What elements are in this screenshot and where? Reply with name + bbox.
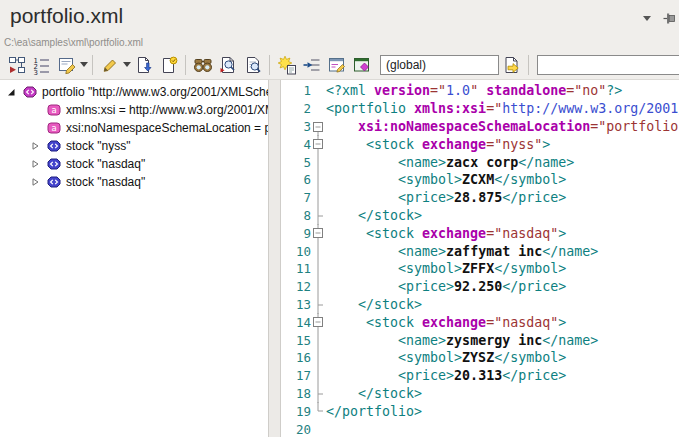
code-line[interactable]: 20 — [281, 420, 679, 437]
find-next-button[interactable] — [215, 53, 240, 77]
fold-marker — [312, 402, 326, 420]
pin-icon[interactable] — [661, 10, 677, 26]
code-segment-plain — [326, 137, 366, 152]
search-input[interactable] — [537, 55, 679, 75]
code-line[interactable]: 8 </stock> — [281, 207, 679, 225]
code-line[interactable]: 4 <stock exchange="nyss"> — [281, 135, 679, 153]
code-segment-tag: </name> — [542, 333, 598, 348]
collapsed-arrow-icon[interactable] — [30, 159, 47, 169]
code-line-text: <symbol>ZCXM</symbol> — [326, 172, 566, 187]
goto-line-icon — [302, 55, 322, 75]
expanded-arrow-icon[interactable] — [6, 87, 23, 97]
xml-code-editor[interactable]: 1<?xml version="1.0" standalone="no"?>2<… — [281, 80, 679, 437]
code-segment-attr: exchange — [422, 315, 486, 330]
code-line[interactable]: 5 <name>zacx corp</name> — [281, 153, 679, 171]
code-line[interactable]: 11 <symbol>ZFFX</symbol> — [281, 260, 679, 278]
line-number: 12 — [281, 279, 312, 294]
scope-combobox[interactable]: (global) — [380, 55, 499, 75]
fold-collapse-box-icon[interactable] — [312, 224, 326, 242]
fold-collapse-box-icon[interactable] — [312, 313, 326, 331]
code-line[interactable]: 13 </stock> — [281, 296, 679, 314]
collapsed-arrow-icon[interactable] — [30, 141, 47, 151]
code-segment-val: =" — [430, 83, 446, 98]
code-line[interactable]: 17 <price>20.313</price> — [281, 367, 679, 385]
code-segment-plain — [326, 226, 366, 241]
line-number: 17 — [281, 368, 312, 383]
code-line[interactable]: 1<?xml version="1.0" standalone="no"?> — [281, 82, 679, 100]
xml-tree-panel[interactable]: portfolio "http://www.w3.org/2001/XMLSch… — [0, 80, 268, 437]
fold-marker — [312, 82, 326, 100]
code-line[interactable]: 10 <name>zaffymat inc</name> — [281, 242, 679, 260]
document-title: portfolio.xml — [10, 4, 123, 28]
code-segment-tag: </name> — [518, 155, 574, 170]
line-number: 18 — [281, 386, 312, 401]
import-document-button[interactable] — [131, 53, 156, 77]
collapsed-arrow-icon[interactable] — [30, 177, 47, 187]
form-view-dropdown-arrow-icon[interactable] — [80, 62, 88, 67]
code-segment-val: =" — [486, 101, 502, 116]
tree-item-attribute[interactable]: axmlns:xsi = http://www.w3.org/2001/XMLS… — [0, 101, 268, 119]
find-next-icon — [218, 55, 238, 75]
code-line[interactable]: 7 <price>28.875</price> — [281, 189, 679, 207]
svg-text:a: a — [51, 105, 56, 115]
code-line-text: <name>zacx corp</name> — [326, 155, 574, 170]
validate-document-button[interactable] — [156, 53, 181, 77]
code-line[interactable]: 18 </stock> — [281, 385, 679, 403]
fold-marker — [312, 171, 326, 189]
fold-marker — [312, 367, 326, 385]
line-number: 20 — [281, 422, 312, 437]
window-menu-dropdown-icon[interactable] — [639, 10, 655, 26]
tree-item-attribute[interactable]: axsi:noNamespaceSchemaLocation = portfol… — [0, 119, 268, 137]
element-window-button[interactable] — [349, 53, 374, 77]
code-segment-plain — [326, 208, 358, 223]
panel-splitter[interactable] — [268, 80, 281, 437]
tree-item-element[interactable]: stock "nasdaq" — [0, 155, 268, 173]
tree-item-element[interactable]: stock "nasdaq" — [0, 173, 268, 191]
fold-collapse-box-icon[interactable] — [312, 118, 326, 136]
code-segment-tag: <stock — [366, 226, 422, 241]
code-line[interactable]: 15 <name>zysmergy inc</name> — [281, 331, 679, 349]
search-in-document-button[interactable] — [240, 53, 265, 77]
code-segment-tag: > — [558, 315, 566, 330]
code-segment-tag: <name> — [398, 155, 446, 170]
structure-view-button[interactable] — [4, 53, 29, 77]
code-segment-tag: <symbol> — [398, 261, 462, 276]
code-line[interactable]: 12 <price>92.250</price> — [281, 278, 679, 296]
code-segment-tag: > — [558, 226, 566, 241]
code-segment-text: ZFFX — [462, 261, 494, 276]
tree-item-label: stock "nyss" — [66, 139, 131, 153]
code-segment-tag: </price> — [502, 190, 566, 205]
main-area: portfolio "http://www.w3.org/2001/XMLSch… — [0, 80, 679, 437]
goto-line-button[interactable] — [299, 53, 324, 77]
line-number: 15 — [281, 333, 312, 348]
code-line-text: <price>20.313</price> — [326, 368, 566, 383]
form-view-button[interactable] — [54, 53, 79, 77]
code-line-text: <name>zaffymat inc</name> — [326, 244, 598, 259]
toolbar-separator — [269, 55, 270, 75]
tree-item-element[interactable]: stock "nyss" — [0, 137, 268, 155]
stylesheet-editor-button[interactable] — [324, 53, 349, 77]
xslt-transform-button[interactable] — [274, 53, 299, 77]
code-segment-text: 20.313 — [454, 368, 502, 383]
toolbar-separator — [528, 55, 529, 75]
fold-marker — [312, 385, 326, 403]
code-line[interactable]: 14 <stock exchange="nasdaq"> — [281, 313, 679, 331]
tree-item-label: xsi:noNamespaceSchemaLocation = portfoli… — [66, 121, 268, 135]
code-line[interactable]: 16 <symbol>ZYSZ</symbol> — [281, 349, 679, 367]
apply-scope-button[interactable] — [499, 53, 524, 77]
edit-button[interactable] — [97, 53, 122, 77]
code-line[interactable]: 6 <symbol>ZCXM</symbol> — [281, 171, 679, 189]
code-segment-attr: version — [374, 83, 430, 98]
code-line[interactable]: 19</portfolio> — [281, 402, 679, 420]
code-line[interactable]: 9 <stock exchange="nasdaq"> — [281, 224, 679, 242]
numbered-list-view-button[interactable]: 123 — [29, 53, 54, 77]
code-segment-tag: > — [542, 137, 550, 152]
code-line[interactable]: 2<portfolio xmlns:xsi="http://www.w3.org… — [281, 100, 679, 118]
find-button[interactable] — [190, 53, 215, 77]
attribute-icon: a — [47, 104, 61, 116]
code-segment-tag: </stock> — [358, 386, 422, 401]
tree-item-element[interactable]: portfolio "http://www.w3.org/2001/XMLSch… — [0, 83, 268, 101]
code-line[interactable]: 3 xsi:noNamespaceSchemaLocation="portfol… — [281, 118, 679, 136]
edit-dropdown-arrow-icon[interactable] — [123, 62, 131, 67]
fold-collapse-box-icon[interactable] — [312, 135, 326, 153]
